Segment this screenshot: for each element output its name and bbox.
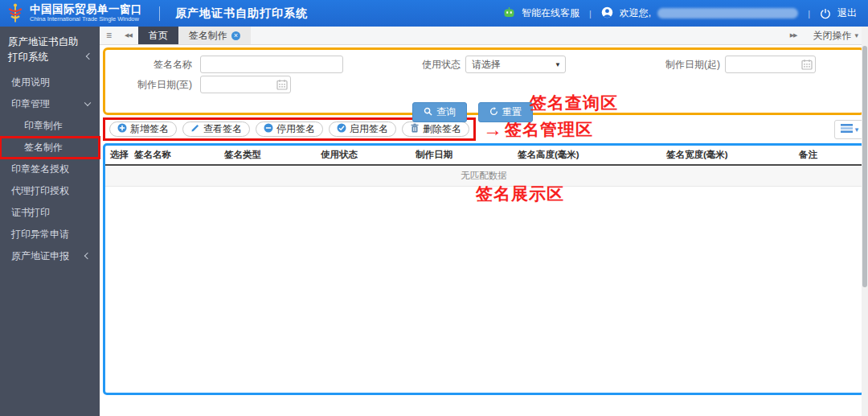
- search-icon: [424, 107, 432, 118]
- search-button[interactable]: 查询: [412, 102, 467, 122]
- signature-display-area: 选择 签名名称 签名类型 使用状态 制作日期 签名高度(毫米) 签名宽度(毫米)…: [103, 143, 865, 395]
- table-header-row: 选择 签名名称 签名类型 使用状态 制作日期 签名高度(毫米) 签名宽度(毫米)…: [105, 146, 862, 165]
- customer-service-link[interactable]: 智能在线客服: [522, 6, 579, 20]
- usage-status-label: 使用状态: [416, 58, 461, 72]
- column-signature-height: 签名高度(毫米): [513, 146, 661, 165]
- brand-logo-icon: [6, 2, 24, 24]
- signature-name-input[interactable]: [200, 56, 343, 73]
- add-signature-button[interactable]: 新增签名: [109, 122, 177, 137]
- annotation-display-area: 签名展示区: [476, 183, 564, 205]
- sidebar-item-agent-print-authorization[interactable]: 代理打印授权: [0, 180, 100, 202]
- tabbar-spacer: [251, 27, 784, 44]
- view-signature-button[interactable]: 查看签名: [182, 122, 250, 137]
- column-usage-status: 使用状态: [316, 146, 411, 165]
- vertical-scrollbar[interactable]: [862, 27, 868, 416]
- username-redacted: [657, 8, 798, 19]
- reset-icon: [489, 107, 498, 118]
- select-caret-icon: ▼: [555, 61, 561, 68]
- user-avatar-icon: [601, 6, 613, 21]
- sidebar-item-seal-signature-authorization[interactable]: 印章签名授权: [0, 159, 100, 180]
- column-creation-date: 制作日期: [411, 146, 513, 165]
- enable-signature-button[interactable]: 启用签名: [329, 122, 396, 137]
- signature-query-area: 签名名称 使用状态 请选择 ▼ 制作日期(起): [103, 47, 865, 115]
- main-area: ≡ ◀◀ 首页 签名制作 ▶▶ 关闭操作 ▾: [100, 27, 868, 416]
- pencil-icon: [190, 123, 200, 135]
- brand-title: 中国国际贸易单一窗口: [30, 4, 142, 15]
- logout-icon[interactable]: [820, 8, 831, 19]
- brand-subtitle: China International Trade Single Window: [30, 16, 142, 23]
- logout-button[interactable]: 退出: [837, 6, 857, 20]
- column-chooser-button[interactable]: ▾: [834, 120, 865, 139]
- chevron-down-icon: [84, 100, 91, 106]
- minus-circle-icon: [264, 123, 273, 135]
- sidebar-item-seal-management[interactable]: 印章管理: [0, 93, 100, 115]
- sidebar-item-origin-certificate-declaration[interactable]: 原产地证申报: [0, 245, 100, 267]
- column-signature-width: 签名宽度(毫米): [661, 146, 794, 165]
- column-remarks: 备注: [794, 146, 862, 165]
- screen: 中国国际贸易单一窗口 China International Trade Sin…: [0, 0, 868, 416]
- customer-service-icon: [503, 6, 515, 21]
- tab-bar: ≡ ◀◀ 首页 签名制作 ▶▶ 关闭操作 ▾: [100, 27, 868, 45]
- sidebar: 原产地证书自助打印系统 使用说明 印章管理 印章制作 签名制作 印章签名授权 代…: [0, 27, 100, 416]
- delete-signature-button[interactable]: 删除签名: [402, 122, 469, 137]
- calendar-icon[interactable]: [276, 79, 288, 93]
- app-title: 原产地证书自助打印系统: [175, 6, 308, 21]
- header-separator-icon: |: [589, 9, 592, 19]
- column-signature-name: 签名名称: [129, 146, 219, 165]
- table-columns-icon: [841, 123, 853, 135]
- caret-down-icon: ▾: [855, 126, 859, 134]
- calendar-icon[interactable]: [801, 59, 813, 73]
- sidebar-item-signature-creation[interactable]: 签名制作: [0, 137, 100, 159]
- disable-signature-button[interactable]: 停用签名: [256, 122, 323, 137]
- welcome-label: 欢迎您,: [620, 6, 651, 20]
- tabs-scroll-left-icon[interactable]: ◀◀: [118, 27, 138, 44]
- caret-down-icon: ▾: [854, 31, 858, 39]
- content: 签名名称 使用状态 请选择 ▼ 制作日期(起): [100, 45, 868, 416]
- sidebar-item-seal-creation[interactable]: 印章制作: [0, 115, 100, 137]
- reset-button[interactable]: 重置: [478, 102, 533, 122]
- sidebar-item-certificate-print[interactable]: 证书打印: [0, 202, 100, 224]
- plus-circle-icon: [117, 123, 127, 135]
- tab-home[interactable]: 首页: [138, 27, 178, 44]
- annotation-arrow-icon: [483, 120, 502, 139]
- signature-table: 选择 签名名称 签名类型 使用状态 制作日期 签名高度(毫米) 签名宽度(毫米)…: [105, 146, 862, 187]
- sidebar-item-usage-instructions[interactable]: 使用说明: [0, 72, 100, 93]
- date-to-label: 制作日期(至): [105, 78, 192, 92]
- usage-status-select[interactable]: 请选择 ▼: [465, 56, 566, 73]
- tab-close-icon[interactable]: [231, 31, 240, 40]
- brand: 中国国际贸易单一窗口 China International Trade Sin…: [6, 2, 308, 24]
- header-right: 智能在线客服 | 欢迎您, | 退出: [503, 6, 857, 21]
- top-header: 中国国际贸易单一窗口 China International Trade Sin…: [0, 0, 868, 27]
- column-select: 选择: [105, 146, 129, 165]
- brand-text: 中国国际贸易单一窗口 China International Trade Sin…: [30, 4, 142, 22]
- chevron-left-icon: [86, 53, 92, 60]
- sidebar-item-print-exception-request[interactable]: 打印异常申请: [0, 224, 100, 245]
- close-operations-menu[interactable]: 关闭操作 ▾: [803, 27, 868, 44]
- tabs-scroll-right-icon[interactable]: ▶▶: [784, 27, 804, 44]
- date-from-label: 制作日期(起): [653, 58, 720, 72]
- annotation-query-area: 签名查询区: [530, 92, 618, 114]
- trash-icon: [410, 123, 420, 135]
- menu-toggle-icon[interactable]: ≡: [100, 27, 118, 44]
- header-separator-icon: |: [808, 9, 810, 19]
- tab-signature-creation[interactable]: 签名制作: [178, 27, 251, 44]
- sidebar-title[interactable]: 原产地证书自助打印系统: [0, 28, 100, 72]
- chevron-left-icon: [84, 253, 91, 259]
- check-circle-icon: [337, 123, 346, 135]
- column-signature-type: 签名类型: [219, 146, 316, 165]
- scrollbar-thumb[interactable]: [862, 46, 867, 287]
- brand-divider: [159, 6, 160, 21]
- signature-name-label: 签名名称: [105, 58, 192, 72]
